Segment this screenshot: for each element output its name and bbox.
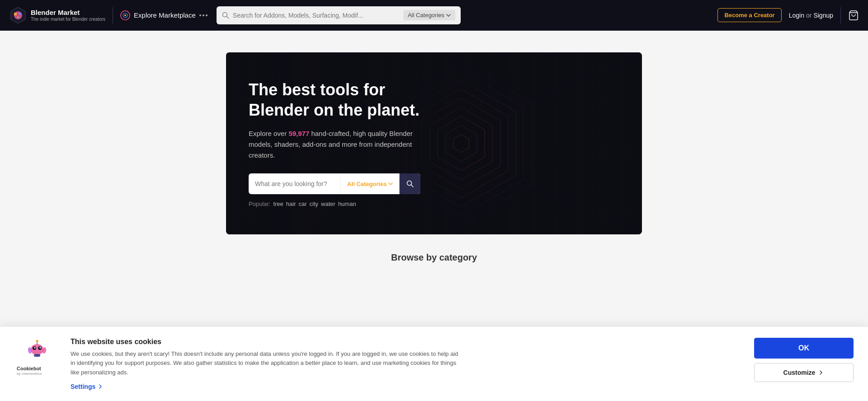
hero-cat-label: All Categories	[347, 181, 387, 187]
svg-point-27	[31, 344, 43, 355]
hero-search-button[interactable]	[400, 173, 420, 194]
cookie-logo-area: Cookiebot by Usercentrics	[14, 338, 60, 376]
svg-point-31	[40, 347, 41, 348]
cookie-content: This website uses cookies We use cookies…	[71, 338, 743, 390]
cookiebot-logo: Cookiebot by Usercentrics	[17, 363, 57, 376]
shopping-cart-icon	[848, 10, 859, 21]
svg-point-33	[36, 340, 38, 342]
svg-point-2	[14, 12, 17, 15]
site-logo[interactable]: Blender Market The indie market for Blen…	[9, 6, 105, 24]
cookie-settings-label: Settings	[71, 383, 95, 390]
auth-separator: or	[806, 12, 811, 19]
navbar-search-bar: All Categories	[217, 6, 461, 24]
login-link[interactable]: Login	[789, 12, 804, 19]
cookie-customize-button[interactable]: Customize	[754, 363, 854, 382]
navbar: Blender Market The indie market for Blen…	[0, 0, 868, 31]
navbar-divider	[113, 7, 113, 23]
hero-search-icon	[406, 180, 414, 187]
explore-marketplace-nav[interactable]: Explore Marketplace	[120, 10, 208, 20]
cookie-title: This website uses cookies	[71, 338, 743, 346]
hero-categories-button[interactable]: All Categories	[340, 173, 400, 194]
svg-point-3	[19, 12, 21, 14]
auth-area: Login or Signup	[789, 12, 833, 19]
svg-point-7	[124, 14, 126, 16]
cookie-settings-link[interactable]: Settings	[71, 383, 743, 390]
svg-point-4	[17, 16, 19, 18]
signup-link[interactable]: Signup	[813, 12, 833, 19]
hero-search-bar: All Categories	[249, 173, 420, 194]
svg-point-30	[34, 347, 36, 348]
hero-desc-prefix: Explore over	[249, 130, 288, 137]
hero-section: The best tools for Blender on the planet…	[226, 52, 642, 234]
popular-tag-hair[interactable]: hair	[286, 200, 296, 207]
cookiebot-icon	[26, 338, 48, 359]
popular-tag-car[interactable]: car	[299, 200, 307, 207]
hero-chevron-icon	[388, 182, 393, 185]
explore-icon	[120, 10, 130, 20]
chevron-right-icon	[97, 383, 104, 390]
search-icon	[222, 12, 229, 19]
hero-title: The best tools for Blender on the planet…	[249, 79, 420, 120]
popular-tags-area: Popular: tree hair car city water human	[249, 200, 420, 207]
become-creator-button[interactable]: Become a Creator	[717, 8, 781, 22]
cookie-text: We use cookies, but they aren't scary! T…	[71, 350, 459, 378]
popular-tag-city[interactable]: city	[310, 200, 319, 207]
navbar-right: Become a Creator Login or Signup	[717, 7, 859, 23]
explore-label: Explore Marketplace	[134, 11, 196, 19]
browse-section: Browse by category	[0, 245, 868, 266]
hero-count: 59,977	[288, 130, 309, 137]
chevron-down-icon	[446, 14, 451, 17]
popular-tag-water[interactable]: water	[321, 200, 335, 207]
search-input[interactable]	[233, 12, 400, 19]
logo-title: Blender Market	[31, 9, 105, 17]
customize-chevron-icon	[818, 369, 824, 376]
cart-icon[interactable]	[848, 10, 859, 21]
navbar-right-divider	[840, 7, 841, 23]
svg-text:Cookiebot: Cookiebot	[17, 366, 41, 371]
cookie-ok-button[interactable]: OK	[754, 338, 854, 359]
svg-line-9	[226, 16, 229, 19]
categories-dropdown[interactable]: All Categories	[403, 10, 455, 20]
hero-search-input[interactable]	[249, 180, 340, 187]
logo-subtitle: The indie market for Blender creators	[31, 17, 105, 22]
popular-tag-human[interactable]: human	[338, 200, 356, 207]
cookie-buttons: OK Customize	[754, 338, 854, 382]
browse-title: Browse by category	[0, 252, 868, 263]
explore-dots	[199, 14, 208, 16]
popular-label: Popular:	[249, 200, 270, 207]
logo-icon	[9, 6, 27, 24]
categories-label: All Categories	[408, 12, 444, 19]
hero-description: Explore over 59,977 hand-crafted, high q…	[249, 128, 420, 161]
svg-line-26	[411, 185, 414, 187]
popular-tag-tree[interactable]: tree	[273, 200, 283, 207]
svg-rect-34	[34, 354, 40, 357]
cookie-customize-label: Customize	[783, 369, 816, 376]
hero-content: The best tools for Blender on the planet…	[226, 52, 443, 234]
svg-text:by Usercentrics: by Usercentrics	[17, 372, 42, 376]
cookie-banner: Cookiebot by Usercentrics This website u…	[0, 326, 868, 401]
